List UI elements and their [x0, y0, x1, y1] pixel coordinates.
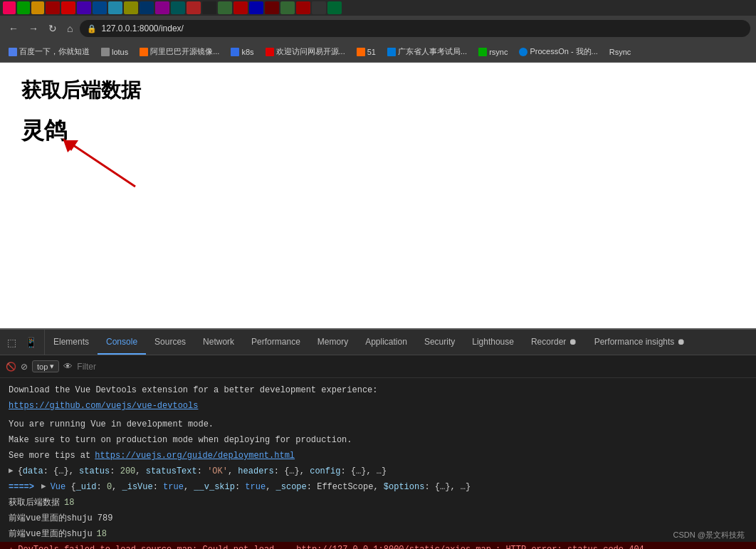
bookmark-processon[interactable]: ProcessOn - 我的...	[516, 45, 600, 58]
bookmark-label-k8s: k8s	[241, 48, 253, 56]
console-level-chevron: ▾	[50, 362, 54, 371]
toolbar-icon-10	[140, 1, 154, 14]
tab-performance-insights[interactable]: Performance insights ⏺	[586, 330, 694, 355]
toolbar-icon-13	[187, 1, 201, 14]
vue-devtools-link[interactable]: https://github.com/vuejs/vue-devtools	[9, 399, 198, 412]
bookmark-label-lotus: lotus	[112, 48, 128, 56]
bookmark-rsync2[interactable]: Rsync	[607, 46, 634, 58]
console-line-shuju-789: 前端vue里面的shuju 789	[0, 511, 756, 526]
axios-map-link[interactable]: http://127.0.0.1:8000/static/axios.map	[296, 543, 491, 549]
bookmark-label-rsync2: Rsync	[609, 48, 631, 56]
console-line-vue-obj: ====> ▶ Vue {_uid: 0, _isVue: true, __v_…	[0, 479, 756, 495]
bookmark-wangyi[interactable]: 欢迎访问网易开源...	[263, 45, 348, 58]
console-output: Download the Vue Devtools extension for …	[0, 378, 756, 549]
tab-elements[interactable]: Elements	[45, 330, 98, 355]
bookmark-51[interactable]: 51	[354, 46, 379, 58]
console-line-vue-tips: See more tips at https://vuejs.org/guide…	[0, 448, 756, 464]
toolbar-icon-3	[31, 1, 44, 14]
bookmark-icon-gd	[387, 48, 396, 56]
console-level-selector[interactable]: top ▾	[32, 360, 59, 372]
console-line-link: https://github.com/vuejs/vue-devtools	[0, 398, 756, 414]
toolbar-icon-5	[61, 1, 75, 14]
toolbar-icon-12	[171, 1, 185, 14]
browser-toolbar	[0, 0, 756, 16]
console-level-text: top	[37, 362, 48, 371]
bookmark-label-processon: ProcessOn - 我的...	[530, 46, 597, 57]
tab-console[interactable]: Console	[98, 330, 146, 355]
watermark: CSDN @景文科技苑	[673, 530, 745, 540]
toolbar-icon-4	[46, 1, 60, 14]
expand-arrow-2[interactable]: ▶	[41, 481, 46, 493]
console-line-shuju-18: 前端vue里面的shuju 18	[0, 526, 756, 542]
bookmark-label-wangyi: 欢迎访问网易开源...	[276, 46, 345, 57]
bookmark-icon-aliyun	[140, 48, 148, 56]
bookmark-icon-rsync	[478, 48, 487, 56]
tab-sources[interactable]: Sources	[146, 330, 194, 355]
console-line-backend-18: 获取后端数据 18	[0, 495, 756, 511]
devtools-panel: ⬚ 📱 Elements Console Sources Network Per…	[0, 328, 756, 549]
error-icon: ⚠	[9, 543, 14, 549]
tab-memory[interactable]: Memory	[309, 330, 357, 355]
vuejs-guide-link[interactable]: https://vuejs.org/guide/deployment.html	[95, 449, 295, 462]
home-button[interactable]: ⌂	[64, 21, 75, 36]
bookmarks-bar: 百度一下，你就知道 lotus 阿里巴巴开源镜像... k8s 欢迎访问网易开源…	[0, 41, 756, 63]
toolbar-icon-11	[155, 1, 169, 14]
address-text: 127.0.0.1:8000/index/	[101, 23, 183, 33]
forward-button[interactable]: →	[26, 21, 41, 36]
expand-arrow[interactable]: ▶	[9, 465, 14, 477]
toolbar-icon-15	[218, 1, 232, 14]
navigation-bar: ← → ↻ ⌂ 🔒 127.0.0.1:8000/index/	[0, 16, 756, 41]
toolbar-icon-8	[108, 1, 122, 14]
arrow-indicator	[57, 137, 142, 197]
inspect-icon[interactable]: ⬚	[4, 335, 19, 350]
devtools-icons-left: ⬚ 📱	[0, 330, 45, 355]
eye-icon[interactable]: 👁	[63, 361, 73, 372]
arrow-svg	[57, 137, 142, 194]
console-clear-icon[interactable]: 🚫	[6, 362, 16, 372]
toolbar-icon-19	[280, 1, 295, 14]
device-icon[interactable]: 📱	[22, 335, 40, 350]
bookmark-k8s[interactable]: k8s	[228, 46, 256, 58]
lock-icon: 🔒	[87, 24, 97, 33]
bookmark-label-51: 51	[367, 48, 376, 56]
page-title: 获取后端数据	[21, 77, 735, 104]
toolbar-icon-14	[202, 1, 216, 14]
address-bar[interactable]: 🔒 127.0.0.1:8000/index/	[80, 20, 750, 37]
bookmark-label-rsync: rsync	[489, 48, 508, 56]
tab-application[interactable]: Application	[357, 330, 416, 355]
tab-performance[interactable]: Performance	[243, 330, 309, 355]
toolbar-icon-18	[265, 1, 279, 14]
toolbar-icon-17	[249, 1, 263, 14]
bookmark-icon-processon	[519, 48, 527, 56]
back-button[interactable]: ←	[6, 21, 21, 36]
bookmark-label-baidu: 百度一下，你就知道	[19, 46, 90, 57]
console-filter-input[interactable]	[77, 362, 750, 372]
tab-security[interactable]: Security	[416, 330, 463, 355]
bookmark-label-aliyun: 阿里巴巴开源镜像...	[150, 46, 219, 57]
toolbar-icon-1	[3, 1, 16, 14]
toolbar-icon-20	[296, 1, 310, 14]
bookmark-icon-lotus	[101, 48, 110, 56]
bookmark-icon-k8s	[231, 48, 239, 56]
console-bar: 🚫 ⊘ top ▾ 👁	[0, 355, 756, 378]
console-line-vue-mode: You are running Vue in development mode.	[0, 417, 756, 432]
console-line-data-obj: ▶ {data: {…}, status: 200, statusText: '…	[0, 464, 756, 479]
bookmark-icon-baidu	[9, 48, 17, 56]
bookmark-gd[interactable]: 广东省人事考试局...	[384, 45, 470, 58]
devtools-toolbar: ⬚ 📱 Elements Console Sources Network Per…	[0, 330, 756, 355]
bookmark-rsync[interactable]: rsync	[476, 46, 510, 58]
refresh-button[interactable]: ↻	[46, 21, 60, 36]
bookmark-aliyun[interactable]: 阿里巴巴开源镜像...	[137, 45, 222, 58]
tab-recorder[interactable]: Recorder ⏺	[523, 330, 586, 355]
svg-line-0	[71, 144, 135, 187]
bookmark-baidu[interactable]: 百度一下，你就知道	[6, 45, 93, 58]
toolbar-icon-9	[124, 1, 138, 14]
console-stop-icon[interactable]: ⊘	[21, 362, 28, 372]
bookmark-label-gd: 广东省人事考试局...	[398, 46, 467, 57]
tab-lighthouse[interactable]: Lighthouse	[463, 330, 523, 355]
toolbar-icon-7	[93, 1, 107, 14]
tab-network[interactable]: Network	[194, 330, 243, 355]
bookmark-lotus[interactable]: lotus	[98, 46, 131, 58]
toolbar-icon-6	[77, 1, 91, 14]
toolbar-icon-21	[312, 1, 326, 14]
